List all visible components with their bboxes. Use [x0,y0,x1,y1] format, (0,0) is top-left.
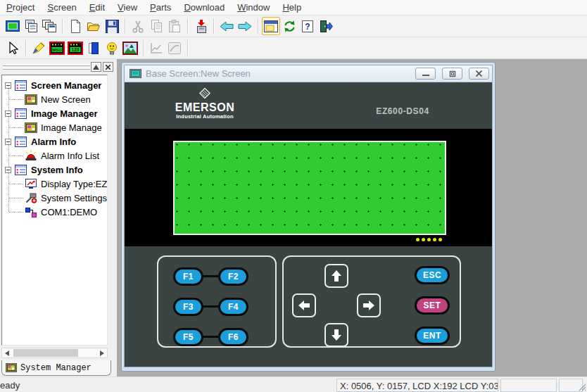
panel-gripper[interactable] [3,64,90,71]
toolbar-separator [213,18,214,34]
lcd-design-grid[interactable] [173,141,446,235]
screen-list-button[interactable] [40,17,58,35]
save-project-button[interactable] [103,17,121,35]
forward-arrow-icon [238,21,252,32]
svg-text:?: ? [305,22,310,32]
minimize-button[interactable] [415,68,436,80]
resize-grip[interactable] [577,382,586,391]
lamp-icon [105,42,119,55]
menu-download[interactable]: Download [177,1,231,14]
register-button[interactable] [84,39,103,57]
expander-minus-icon[interactable] [5,82,11,89]
function-key-panel: F1 F2 F3 F4 F5 F6 [157,255,277,348]
panel-close-button[interactable] [103,62,113,72]
toolbar-separator [187,18,188,34]
tree-item-image-manage[interactable]: Image Manage [2,120,107,134]
new-screen-icon [6,20,20,32]
workspace: Screen Manager New Screen Image Manager … [0,59,587,377]
menu-bar: Project Screen Edit View Parts Download … [0,0,587,15]
key-ent[interactable]: ENT [415,327,450,345]
image-part-button[interactable] [121,39,139,57]
screen-editor-canvas[interactable]: EMERSON Industrial Automation EZ600-DS04 [124,82,493,367]
tree-item-image-manager[interactable]: Image Manager [2,106,107,120]
menu-parts[interactable]: Parts [144,1,177,14]
curve-graph-icon [168,42,182,55]
key-f6[interactable]: F6 [218,328,248,346]
com-port-icon [25,206,37,217]
key-connector [202,305,218,308]
tree-item-new-screen[interactable]: New Screen [2,92,107,106]
refresh-icon [283,20,296,33]
menu-window[interactable]: Window [231,1,276,14]
navigation-key-panel: ESC SET ENT [282,255,461,348]
open-project-button[interactable] [84,17,103,35]
help-button[interactable]: ? [298,17,317,35]
forward-button[interactable] [236,17,254,35]
menu-screen[interactable]: Screen [41,1,82,14]
exit-button[interactable] [317,17,335,35]
exit-icon [319,20,333,33]
lamp-part-button[interactable] [103,39,121,57]
back-button[interactable] [217,17,236,35]
key-f3[interactable]: F3 [173,298,203,316]
key-f2[interactable]: F2 [218,267,248,286]
download-to-device-button[interactable] [191,17,210,35]
scroll-left-arrow-icon[interactable] [2,348,12,358]
close-icon [476,70,482,77]
tree-horizontal-scrollbar[interactable] [1,348,108,358]
download-to-device-icon [194,20,208,33]
select-tool-button[interactable] [4,39,22,57]
menu-edit[interactable]: Edit [83,1,111,14]
expander-minus-icon[interactable] [5,110,11,117]
key-arrow-up[interactable] [324,264,348,288]
text-tool-icon [32,42,46,55]
key-f5[interactable]: F5 [173,328,203,346]
expander-minus-icon[interactable] [5,167,11,173]
key-f4[interactable]: F4 [218,298,248,316]
screen-preview-button[interactable] [262,17,280,35]
help-icon: ? [301,20,314,33]
window-title-bar[interactable]: Base Screen:New Screen [124,65,493,82]
key-arrow-right[interactable] [357,293,381,317]
tree-item-system-settings[interactable]: System Settings [2,191,107,205]
key-f1[interactable]: F1 [173,267,203,286]
numeric-display-button[interactable]: 123 [66,39,84,57]
arrow-right-icon [362,298,376,312]
screen-icon [25,94,37,105]
refresh-button[interactable] [280,17,298,35]
tree-item-system-info[interactable]: System Info [2,163,107,177]
key-esc[interactable]: ESC [415,266,450,284]
message-display-button[interactable]: MSG [48,39,66,57]
toolbar-separator [62,18,63,34]
menu-project[interactable]: Project [0,1,41,14]
key-connector [202,275,218,277]
scrollbar-thumb[interactable] [13,349,78,357]
expander-minus-icon[interactable] [5,139,11,145]
copy-screen-button[interactable] [22,17,40,35]
base-screen-window[interactable]: Base Screen:New Screen [121,62,496,372]
tree-item-alarm-info-list[interactable]: Alarm Info List [2,148,107,163]
text-tool-button[interactable] [30,39,48,57]
screen-icon [25,122,37,133]
tab-system-manager[interactable]: System Manager [1,360,111,376]
arrow-left-icon [297,298,311,312]
scroll-right-arrow-icon[interactable] [97,348,107,358]
menu-view[interactable]: View [111,1,144,14]
alarm-icon [25,150,37,161]
tree-item-screen-manager[interactable]: Screen Manager [2,78,107,92]
save-icon [106,20,119,33]
restore-button[interactable] [442,68,462,80]
new-project-button[interactable] [66,17,84,35]
tree-item-com1-demo[interactable]: COM1:DEMO [2,205,107,219]
toolbar-separator [187,40,188,56]
key-set[interactable]: SET [415,296,450,315]
new-screen-button[interactable] [4,17,22,35]
window-title: Base Screen:New Screen [146,68,409,79]
tree-item-alarm-info[interactable]: Alarm Info [2,134,107,148]
panel-collapse-button[interactable] [91,62,101,72]
tree-item-display-type[interactable]: Display Type:EZ6 [2,177,107,191]
menu-help[interactable]: Help [276,1,308,14]
close-button[interactable] [469,68,489,80]
key-arrow-down[interactable] [324,323,348,347]
key-arrow-left[interactable] [292,293,316,317]
